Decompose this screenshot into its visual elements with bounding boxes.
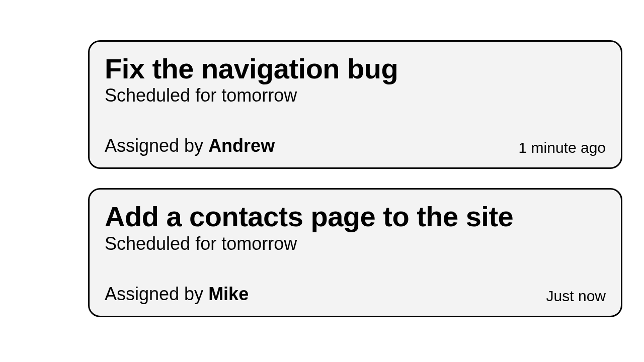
task-card[interactable]: Fix the navigation bug Scheduled for tom… (88, 40, 622, 169)
task-schedule: Scheduled for tomorrow (105, 85, 606, 106)
task-schedule: Scheduled for tomorrow (105, 233, 606, 254)
task-card[interactable]: Add a contacts page to the site Schedule… (88, 188, 622, 317)
task-assigned-by: Assigned by Mike (105, 284, 249, 305)
task-assigner-name: Mike (208, 284, 249, 304)
task-title: Add a contacts page to the site (105, 201, 606, 233)
task-footer: Assigned by Mike Just now (105, 284, 606, 305)
task-timestamp: Just now (546, 288, 606, 305)
task-timestamp: 1 minute ago (519, 139, 606, 156)
task-footer: Assigned by Andrew 1 minute ago (105, 135, 606, 156)
task-title: Fix the navigation bug (105, 53, 606, 85)
task-assigned-by: Assigned by Andrew (105, 135, 275, 156)
task-assigner-name: Andrew (208, 135, 275, 156)
